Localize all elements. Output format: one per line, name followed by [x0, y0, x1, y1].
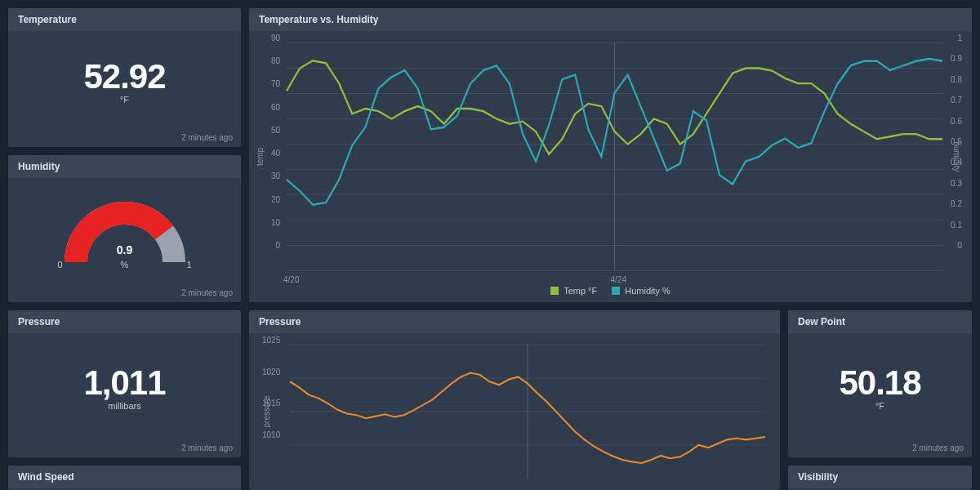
humidity-gauge: 0.9 % 0 1: [60, 197, 190, 266]
y-tick: 40: [265, 149, 280, 158]
tile-title: Pressure: [8, 310, 241, 333]
y-tick: 10: [265, 218, 280, 227]
y-tick: 0.8: [951, 75, 962, 84]
y-tick: 1: [957, 33, 962, 42]
pressure-chart-tile: Pressure pressure 1010101510201025: [249, 310, 780, 490]
temp-humidity-chart[interactable]: temp humidity 0102030405060708090 00.10.…: [249, 31, 972, 283]
y-tick: 80: [265, 56, 280, 65]
y-tick: 1025: [262, 336, 280, 345]
temperature-unit: °F: [120, 95, 129, 105]
dewpoint-value: 50.18: [839, 363, 920, 403]
left-axis-label: temp: [256, 148, 265, 166]
y-tick: 70: [265, 79, 280, 88]
tile-title: Pressure: [249, 310, 780, 333]
humidity-max: 1: [186, 260, 191, 270]
pressure-age: 2 minutes ago: [8, 440, 241, 457]
tile-title: Dew Point: [788, 310, 972, 333]
humidity-age: 2 minutes ago: [8, 285, 241, 302]
swatch-icon: [612, 287, 620, 295]
legend-item-humidity[interactable]: Humidity %: [612, 286, 670, 296]
y-tick: 30: [265, 172, 280, 180]
x-tick: 4/24: [611, 275, 626, 284]
y-tick: 1020: [262, 368, 280, 376]
y-tick: 0.2: [951, 199, 962, 208]
tile-title: Humidity: [8, 155, 241, 178]
y-tick: 1010: [262, 430, 280, 439]
dewpoint-tile: Dew Point 50.18 °F 2 minutes ago: [788, 310, 972, 457]
tile-title: Temperature: [8, 8, 241, 31]
pressure-value: 1,011: [83, 363, 165, 403]
y-tick: 0: [957, 241, 962, 250]
tile-title: Wind Speed: [8, 466, 241, 488]
temp-humidity-chart-tile: Temperature vs. Humidity temp humidity 0…: [249, 8, 972, 302]
y-tick: 50: [265, 126, 280, 135]
temperature-tile: Temperature 52.92 °F 2 minutes ago: [8, 8, 241, 147]
y-tick: 0.1: [951, 220, 962, 229]
y-tick: 0.3: [951, 179, 962, 188]
tile-title: Visibility: [788, 466, 972, 488]
y-tick: 0.5: [951, 137, 962, 146]
temperature-age: 2 minutes ago: [8, 130, 241, 147]
y-tick: 1015: [262, 399, 280, 408]
y-tick: 0: [265, 241, 280, 250]
pressure-tile: Pressure 1,011 millibars 2 minutes ago: [8, 310, 241, 457]
y-tick: 0.4: [951, 158, 962, 167]
pressure-unit: millibars: [108, 401, 140, 411]
humidity-unit: %: [60, 260, 190, 270]
legend-item-temp[interactable]: Temp °F: [550, 286, 597, 296]
visibility-tile: Visibility: [788, 466, 972, 490]
y-tick: 60: [265, 103, 280, 112]
pressure-chart[interactable]: pressure 1010101510201025: [249, 333, 780, 490]
dewpoint-unit: °F: [875, 401, 884, 411]
y-tick: 0.6: [951, 117, 962, 126]
humidity-min: 0: [58, 260, 63, 270]
swatch-icon: [550, 287, 559, 295]
temperature-value: 52.92: [83, 57, 165, 96]
humidity-value: 0.9: [60, 243, 190, 256]
y-tick: 90: [265, 33, 280, 42]
humidity-tile: Humidity 0.9 % 0 1 2 minutes ago: [8, 155, 241, 302]
y-tick: 0.9: [951, 54, 962, 63]
windspeed-tile: Wind Speed: [8, 466, 241, 490]
y-tick: 0.7: [951, 96, 962, 105]
tile-title: Temperature vs. Humidity: [249, 8, 972, 31]
y-tick: 20: [265, 195, 280, 204]
x-tick: 4/20: [283, 275, 299, 284]
chart-legend: Temp °F Humidity %: [249, 283, 972, 302]
dewpoint-age: 2 minutes ago: [788, 440, 972, 457]
